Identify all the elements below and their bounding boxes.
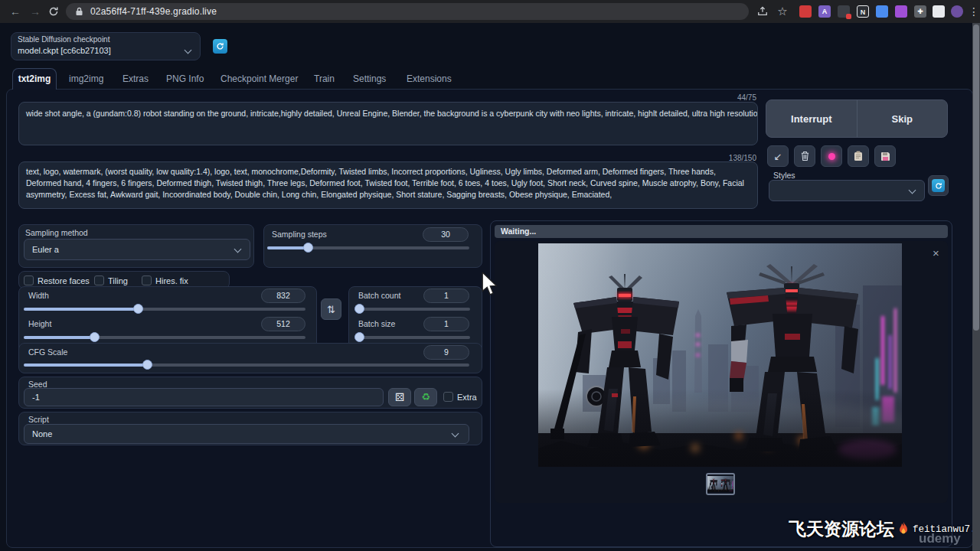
cfg-slider[interactable] [24,364,469,367]
reload-icon [48,6,59,17]
stable-diffusion-webui: Stable Diffusion checkpoint model.ckpt [… [0,23,980,551]
extra-networks-button[interactable] [821,145,842,167]
swap-dimensions-button[interactable]: ⇅ [321,298,341,320]
batch-size-label: Batch size [358,319,395,328]
height-input[interactable]: 512 [261,317,305,331]
browser-back-button[interactable]: ← [8,3,23,20]
interrupt-button[interactable]: Interrupt [766,100,858,137]
sampling-steps-slider[interactable] [267,246,469,249]
height-label: Height [28,319,51,328]
browser-toolbar: ← → 02a56ff4-71ff-439e.gradio.live ☆ A N… [0,0,980,23]
extension-icon-light[interactable] [933,5,945,18]
scrollbar-thumb[interactable] [973,24,979,331]
tab-checkpoint-merger[interactable]: Checkpoint Merger [220,73,298,84]
generated-image[interactable] [538,243,902,467]
clear-prompt-button[interactable] [794,145,815,167]
chevron-down-icon [909,187,916,194]
site-watermark: 飞天资源论坛 feitianwu7.com [789,517,980,541]
gallery-thumbnail[interactable] [706,473,735,495]
page-scrollbar[interactable] [972,23,980,551]
paste-params-button[interactable]: ↙ [767,145,789,167]
apply-style-button[interactable] [848,145,869,167]
watermark-domain: feitianwu7.com [913,524,980,535]
screen: ← → 02a56ff4-71ff-439e.gradio.live ☆ A N… [0,0,980,551]
prompt-textarea[interactable]: wide shot angle, a (gundam:0.8) robot st… [18,102,758,145]
progress-bar: Waiting... [495,225,948,238]
extension-icon-blue[interactable] [876,5,888,18]
slider-handle[interactable] [303,243,313,253]
arrow-down-left-icon: ↙ [774,151,782,162]
extension-icon-red[interactable] [799,5,812,18]
width-input[interactable]: 832 [261,289,305,303]
batch-count-label: Batch count [358,291,400,300]
seed-block: Seed -1 ⚄ ♻ Extra [18,377,482,409]
generate-actions: Interrupt Skip [766,99,948,138]
extension-icon-purple-a[interactable]: A [818,5,831,18]
bookmark-star-button[interactable]: ☆ [775,3,790,20]
styles-dropdown[interactable] [769,180,925,201]
browser-menu-button[interactable]: ⋮ [966,3,980,20]
refresh-icon [216,42,224,51]
url-text: 02a56ff4-71ff-439e.gradio.live [90,3,217,20]
script-dropdown[interactable]: None [24,424,469,444]
slider-handle[interactable] [142,360,152,370]
negative-prompt-textarea[interactable]: text, logo, watermark, (worst quality, l… [18,161,758,209]
tab-extras[interactable]: Extras [122,73,149,84]
batch-count-input[interactable]: 1 [423,289,469,303]
tiling-checkbox[interactable] [94,276,104,285]
slider-handle[interactable] [354,332,364,342]
close-preview-button[interactable]: × [933,248,939,259]
dice-icon: ⚄ [395,391,404,403]
browser-forward-button[interactable]: → [28,3,43,20]
random-seed-button[interactable]: ⚄ [388,388,411,406]
refresh-icon [932,179,945,192]
save-style-button[interactable] [874,145,896,167]
share-icon [757,6,768,17]
width-slider[interactable] [24,308,305,311]
extension-icon-n[interactable]: N [857,5,869,18]
slider-handle[interactable] [354,304,364,314]
tab-txt2img[interactable]: txt2img [12,68,57,90]
reuse-seed-button[interactable]: ♻ [414,388,437,406]
restore-faces-checkbox[interactable] [24,276,34,285]
slider-handle[interactable] [90,332,100,342]
refresh-checkpoints-button[interactable] [213,39,227,54]
extensions-puzzle-icon[interactable]: ✚ [914,5,926,18]
negative-prompt-text: text, logo, watermark, (worst quality, l… [26,166,751,201]
tab-train[interactable]: Train [314,73,335,84]
close-icon: × [933,246,939,259]
extension-icon-violet[interactable] [895,5,907,18]
batch-count-slider[interactable] [355,308,470,311]
chevron-down-icon [452,430,459,438]
skip-button[interactable]: Skip [858,100,948,137]
refresh-styles-button[interactable] [928,175,949,196]
sampling-steps-input[interactable]: 30 [423,227,469,242]
script-value: None [32,429,52,439]
prompt-text: wide shot angle, a (gundam:0.8) robot st… [26,109,753,118]
cfg-input[interactable]: 9 [423,345,469,360]
height-slider[interactable] [24,336,305,339]
tab-img2img[interactable]: img2img [69,73,103,84]
styles-label: Styles [773,171,795,180]
watermark-title: 飞天资源论坛 [789,517,894,541]
hires-fix-checkbox[interactable] [142,276,152,285]
flame-icon [897,522,910,537]
sampling-method-dropdown[interactable]: Euler a [24,239,250,260]
share-button[interactable] [755,3,770,20]
batch-size-slider[interactable] [355,336,470,339]
profile-avatar[interactable] [951,5,963,18]
slider-handle[interactable] [133,304,143,314]
lock-icon [75,7,83,16]
chevron-down-icon [185,47,192,54]
tab-png-info[interactable]: PNG Info [166,73,204,84]
checkpoint-label: Stable Diffusion checkpoint [18,35,109,44]
seed-extra-checkbox[interactable] [443,392,453,402]
tab-extensions[interactable]: Extensions [407,73,452,84]
checkpoint-value[interactable]: model.ckpt [cc6cb27103] [18,46,111,55]
address-bar[interactable]: 02a56ff4-71ff-439e.gradio.live [66,3,749,20]
extension-icon-dark-badge[interactable] [838,5,850,18]
tab-settings[interactable]: Settings [353,73,386,84]
browser-reload-button[interactable] [46,3,61,20]
seed-input[interactable]: -1 [24,388,384,406]
batch-size-input[interactable]: 1 [423,317,469,331]
